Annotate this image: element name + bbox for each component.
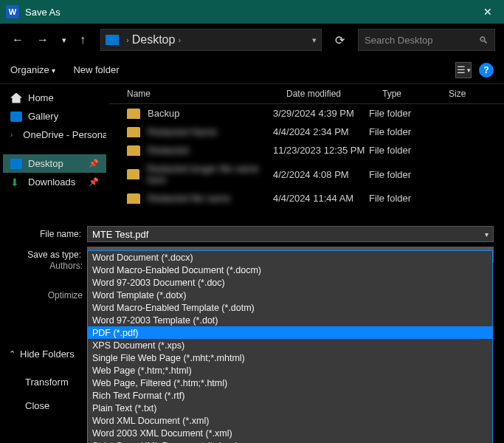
search-input[interactable]: Search Desktop 🔍︎ [358,29,495,51]
sidebar-item-downloads[interactable]: ⬇Downloads📌 [3,173,106,191]
dropdown-option[interactable]: Word 2003 XML Document (*.xml) [88,427,492,439]
view-options-button[interactable]: ☰▾ [455,62,472,78]
folder-icon [127,145,140,156]
column-name[interactable]: Name [127,89,286,99]
close-button[interactable]: Close [25,400,49,411]
form-sublabels: Authors: Optimize [27,255,83,315]
dropdown-option[interactable]: Rich Text Format (*.rtf) [88,389,492,402]
optimize-label: Optimize [27,285,83,306]
authors-label: Authors: [27,255,83,276]
chevron-up-icon: ⌃ [9,349,15,359]
file-name-label: File name: [10,229,81,239]
file-type: File folder [369,193,435,204]
file-type: File folder [369,145,435,156]
hide-folders-button[interactable]: ⌃ Hide Folders [9,348,75,360]
chevron-right-icon: › [178,35,181,44]
desktop-icon [10,159,22,169]
column-headers: Name Date modified Type Size [109,84,504,104]
dropdown-option[interactable]: Single File Web Page (*.mht;*.mhtml) [88,351,492,364]
close-icon[interactable]: ✕ [477,3,498,21]
column-type[interactable]: Type [382,89,449,99]
download-icon: ⬇ [10,177,22,188]
dropdown-option[interactable]: Word Macro-Enabled Template (*.dotm) [88,301,492,314]
file-name: Redacted [148,145,189,156]
back-button[interactable]: ← [9,32,27,48]
folder-icon [127,193,140,204]
file-name: Redacted Name [148,126,217,137]
sidebar-item-label: Gallery [28,111,58,122]
toolbar: Organize ▾ New folder ☰▾ ? [0,56,504,84]
desktop-icon [106,35,119,45]
file-date: 11/23/2023 12:35 PM [273,145,369,156]
chevron-down-icon[interactable]: ▾ [312,35,317,45]
help-icon[interactable]: ? [479,63,494,78]
file-name: Redacted file name [148,193,230,204]
search-icon: 🔍︎ [479,35,489,46]
file-name: Redacted longer file name here [147,163,273,185]
navigation-bar: ← → ▾ ↑ › Desktop › ▾ ⟳ Search Desktop 🔍… [0,24,504,56]
dropdown-option[interactable]: Plain Text (*.txt) [88,402,492,414]
dropdown-option[interactable]: Web Page (*.htm;*.html) [88,364,492,377]
table-row[interactable]: Redacted11/23/2023 12:35 PMFile folder [109,141,504,159]
recent-dropdown-icon[interactable]: ▾ [59,34,69,47]
file-list: Name Date modified Type Size Backup3/29/… [109,84,504,219]
breadcrumb[interactable]: › Desktop › ▾ [100,29,322,51]
titlebar: W Save As ✕ [0,0,504,24]
word-app-icon: W [6,5,19,18]
dropdown-option[interactable]: Word 97-2003 Template (*.dot) [88,314,492,326]
file-date: 4/4/2024 11:44 AM [273,193,369,204]
new-folder-button[interactable]: New folder [73,64,119,75]
sidebar-item-onedrive[interactable]: ›OneDrive - Personal [3,126,106,144]
folder-icon [127,109,140,119]
transform-label: Transform [25,377,69,388]
pin-icon: 📌 [89,159,99,168]
gallery-icon [10,111,22,122]
save-type-options[interactable]: Word Document (*.docx)Word Macro-Enabled… [87,250,493,443]
dropdown-option[interactable]: Word Macro-Enabled Document (*.docm) [88,264,492,276]
search-placeholder: Search Desktop [365,35,433,46]
breadcrumb-segment[interactable]: Desktop [132,33,176,47]
sidebar-item-home[interactable]: Home [3,89,106,107]
dropdown-option[interactable]: Word XML Document (*.xml) [88,414,492,427]
table-row[interactable]: Backup3/29/2024 4:39 PMFile folder [109,104,504,123]
up-button[interactable]: ↑ [77,32,89,48]
chevron-down-icon: ▾ [52,66,55,75]
dropdown-option[interactable]: Web Page, Filtered (*.htm;*.html) [88,377,492,389]
folder-icon [127,127,140,137]
sidebar-item-label: Desktop [28,158,63,169]
file-type: File folder [369,126,435,137]
refresh-button[interactable]: ⟳ [335,33,345,47]
chevron-down-icon[interactable]: ▾ [485,230,489,238]
sidebar-item-label: Home [28,92,54,103]
dropdown-option[interactable]: XPS Document (*.xps) [88,339,492,351]
dropdown-option[interactable]: Word Template (*.dotx) [88,289,492,301]
file-date: 3/29/2024 4:39 PM [273,108,369,119]
window-title: Save As [25,7,61,18]
dropdown-option[interactable]: Strict Open XML Document (*.docx) [88,439,492,443]
sidebar: Home Gallery ›OneDrive - Personal Deskto… [0,84,109,219]
organize-button[interactable]: Organize ▾ [10,64,55,75]
table-row[interactable]: Redacted file name4/4/2024 11:44 AMFile … [109,189,504,207]
table-row[interactable]: Redacted Name4/4/2024 2:34 PMFile folder [109,123,504,141]
file-date: 4/4/2024 2:34 PM [273,126,369,137]
table-row[interactable]: Redacted longer file name here4/2/2024 4… [109,159,504,189]
sidebar-item-gallery[interactable]: Gallery [3,107,106,126]
file-name: Backup [148,108,179,119]
pin-icon: 📌 [89,177,99,187]
file-name-input[interactable]: MTE Test.pdf▾ [87,226,494,242]
home-icon [10,93,22,103]
forward-button[interactable]: → [34,32,52,48]
column-date[interactable]: Date modified [286,89,382,99]
sidebar-item-label: Downloads [28,176,75,188]
chevron-right-icon: › [126,35,129,44]
file-type: File folder [369,169,435,180]
dropdown-option[interactable]: Word 97-2003 Document (*.doc) [88,276,492,289]
column-size[interactable]: Size [449,89,478,99]
chevron-right-icon: › [10,131,13,139]
dropdown-option[interactable]: Word Document (*.docx) [88,251,492,264]
file-type: File folder [369,108,435,119]
file-date: 4/2/2024 4:08 PM [273,169,369,180]
dropdown-option[interactable]: PDF (*.pdf) [88,326,492,339]
sidebar-item-label: OneDrive - Personal [23,129,106,140]
sidebar-item-desktop[interactable]: Desktop📌 [3,154,106,173]
